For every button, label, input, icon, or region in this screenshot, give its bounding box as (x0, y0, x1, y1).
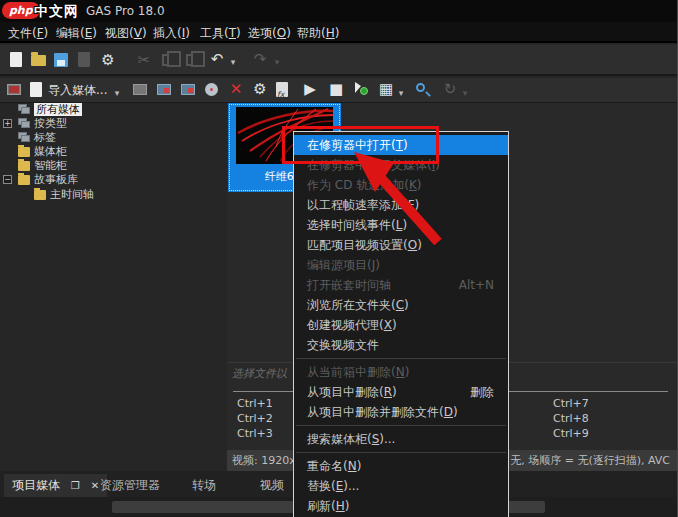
views-dropdown-icon[interactable]: ▾ (396, 83, 406, 103)
menu-item-open-nested-timeline: 打开嵌套时间轴Alt+N (294, 275, 508, 295)
menu-item-remove-from-current-bin: 从当前箱中删除(N) (294, 362, 508, 382)
menu-item-create-video-proxy[interactable]: 创建视频代理(X) (294, 315, 508, 335)
window-title: GAS Pro 18.0 (86, 4, 165, 18)
render-as-icon[interactable] (74, 50, 94, 70)
menu-item-swap-video-file[interactable]: 交换视频文件 (294, 335, 508, 355)
tab-video-fx[interactable]: 视频 (252, 474, 292, 497)
paste-icon[interactable] (182, 50, 202, 70)
shortcut-divider-right (509, 391, 668, 392)
undo-dropdown-icon[interactable]: ▾ (228, 52, 238, 72)
media-toolbar: 导入媒体... ▾ ✕ ⚙ ▶ ■ ▦ ▾ ↻ ▾ (0, 78, 678, 103)
delete-from-project-icon[interactable]: ✕ (226, 79, 246, 99)
media-properties-gear-icon[interactable]: ⚙ (250, 79, 270, 99)
tree-item-all-media[interactable]: 所有媒体 (0, 103, 227, 117)
application-window: php 中文网 GAS Pro 18.0 文件(F) 编辑(E) 视图(V) 插… (0, 0, 678, 517)
status-video-left: 视频: 1920x (232, 450, 296, 471)
tree-item-storyboard-library[interactable]: − 故事板库 (0, 173, 227, 187)
tab-transitions[interactable]: 转场 (184, 474, 224, 497)
auto-preview-icon[interactable] (350, 79, 370, 99)
capture-screenshot-icon[interactable] (130, 80, 150, 100)
menu-edit[interactable]: 编辑(E) (56, 25, 97, 42)
menu-item-remove-from-project[interactable]: 从项目中删除(R)删除 (294, 382, 508, 402)
menu-separator (294, 449, 508, 456)
menu-separator (294, 422, 508, 429)
bin-icon (34, 190, 46, 200)
capture-video-icon[interactable] (154, 80, 174, 100)
menu-help[interactable]: 帮助(H) (297, 25, 339, 42)
views-grid-icon[interactable]: ▦ (376, 79, 396, 99)
menu-item-match-project-video-settings[interactable]: 匹配项目视频设置(O) (294, 235, 508, 255)
main-toolbar: ⚙ ✂ ↶ ▾ ↷ ▾ (0, 45, 678, 76)
menu-item-refresh[interactable]: 刷新(H) (294, 496, 508, 516)
bin-icon (18, 175, 30, 185)
media-fx-icon[interactable] (274, 80, 294, 100)
undo-icon[interactable]: ↶ (207, 49, 227, 69)
start-preview-icon[interactable]: ▶ (300, 79, 320, 99)
shortcut-list-left: Ctrl+1 Ctrl+2 Ctrl+3 (237, 396, 273, 441)
menu-item-add-as-cd-track: 作为 CD 轨道添加(K) (294, 175, 508, 195)
context-menu: 在修剪器中打开(T) 在修剪器中打开父媒体(I) 作为 CD 轨道添加(K) 以… (293, 131, 509, 517)
get-photo-icon[interactable] (178, 80, 198, 100)
menu-insert[interactable]: 插入(I) (153, 25, 190, 42)
tree-item-main-timeline[interactable]: 主时间轴 (0, 188, 227, 202)
cut-icon[interactable]: ✂ (134, 50, 154, 70)
stop-preview-icon[interactable]: ■ (326, 79, 346, 99)
menu-separator (294, 355, 508, 362)
save-project-icon[interactable] (51, 50, 71, 70)
bin-icon (18, 147, 30, 157)
float-window-icon[interactable]: ❐ (71, 480, 80, 491)
extract-audio-cd-icon[interactable] (202, 80, 222, 100)
expand-plus-icon[interactable]: + (3, 119, 12, 128)
tab-explorer[interactable]: 资源管理器 (92, 474, 168, 497)
title-bar: php 中文网 GAS Pro 18.0 (0, 0, 678, 22)
media-bins-tree: 所有媒体 + 按类型 标签 媒体柜 智能柜 − 故事板库 主时间轴 (0, 103, 227, 471)
shortcut-divider-left (233, 391, 293, 392)
menu-item-add-at-project-framerate[interactable]: 以工程帧速率添加(F) (294, 195, 508, 215)
menu-options[interactable]: 选项(O) (248, 25, 291, 42)
import-media-dropdown-icon[interactable]: ▾ (112, 83, 122, 103)
menu-view[interactable]: 视图(V) (105, 25, 147, 42)
new-project-icon[interactable] (6, 50, 26, 70)
menu-item-edit-source-project: 编辑源项目(J) (294, 255, 508, 275)
shortcut-list-right: Ctrl+7 Ctrl+8 Ctrl+9 (553, 396, 589, 441)
device-explorer-icon[interactable] (4, 80, 24, 100)
import-media-icon[interactable] (26, 80, 46, 100)
search-media-bins-icon[interactable] (412, 80, 432, 100)
collapse-minus-icon[interactable]: − (3, 175, 12, 184)
tree-item-by-type[interactable]: + 按类型 (0, 117, 227, 131)
selection-hint-text: 选择文件以 (232, 366, 287, 381)
tree-item-tags[interactable]: 标签 (0, 131, 227, 145)
menu-item-select-timeline-events[interactable]: 选择时间线事件(L) (294, 215, 508, 235)
tree-item-media-bins[interactable]: 媒体柜 (0, 145, 227, 159)
site-watermark: 中文网 (34, 1, 79, 21)
refresh-icon[interactable]: ↻ (440, 79, 460, 99)
annotation-highlight-box (282, 126, 439, 164)
bin-icon (18, 161, 30, 171)
menu-item-remove-from-project-and-delete[interactable]: 从项目中删除并删除文件(D) (294, 402, 508, 422)
menu-item-replace[interactable]: 替换(E)... (294, 476, 508, 496)
project-properties-gear-icon[interactable]: ⚙ (98, 50, 118, 70)
menu-bar: 文件(F) 编辑(E) 视图(V) 插入(I) 工具(T) 选项(O) 帮助(H… (0, 22, 678, 43)
menu-file[interactable]: 文件(F) (8, 25, 48, 42)
menu-item-browse-containing-folder[interactable]: 浏览所在文件夹(C) (294, 295, 508, 315)
status-video-right: 无, 场顺序 = 无(逐行扫描), AVC (510, 450, 670, 471)
import-media-button[interactable]: 导入媒体... (48, 82, 107, 99)
tree-item-smart-bins[interactable]: 智能柜 (0, 159, 227, 173)
redo-icon[interactable]: ↷ (250, 49, 270, 69)
open-project-icon[interactable] (28, 50, 48, 70)
menu-item-rename[interactable]: 重命名(N) (294, 456, 508, 476)
menu-tools[interactable]: 工具(T) (200, 25, 241, 42)
menu-item-search-media-bins[interactable]: 搜索媒体柜(S)... (294, 429, 508, 449)
redo-dropdown-icon[interactable]: ▾ (272, 52, 282, 72)
copy-icon[interactable] (158, 50, 178, 70)
refresh-dropdown-icon[interactable]: ▾ (460, 83, 470, 103)
